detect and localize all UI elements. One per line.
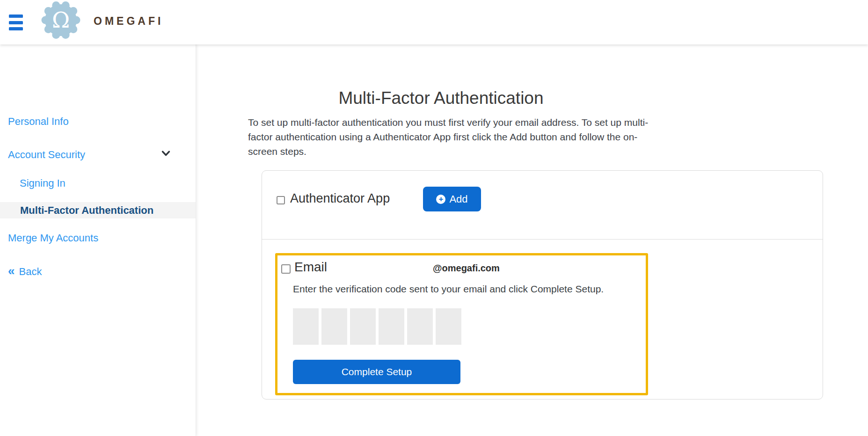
- code-digit-box[interactable]: [350, 308, 376, 345]
- code-digit-box[interactable]: [293, 308, 319, 345]
- sidebar: Personal Info Account Security Signing I…: [0, 44, 196, 436]
- app-header: Ω OMEGAFI: [0, 0, 868, 44]
- app-root: Ω OMEGAFI Personal Info Account Security…: [0, 0, 868, 436]
- card-divider: [262, 239, 823, 240]
- complete-setup-button[interactable]: Complete Setup: [293, 360, 460, 384]
- code-digit-box[interactable]: [379, 308, 404, 345]
- chevron-down-icon[interactable]: [161, 150, 170, 159]
- hamburger-menu-icon[interactable]: [9, 15, 23, 30]
- sidebar-item-personal-info[interactable]: Personal Info: [8, 116, 69, 128]
- sidebar-back-link[interactable]: « Back: [8, 266, 42, 278]
- sidebar-item-account-security[interactable]: Account Security: [8, 149, 85, 161]
- email-label: Email: [294, 260, 327, 275]
- sidebar-item-signing-in[interactable]: Signing In: [20, 177, 66, 189]
- code-digit-box[interactable]: [321, 308, 347, 345]
- page-title: Multi-Factor Authentication: [248, 88, 634, 108]
- email-mfa-section: Email @omegafi.com Enter the verificatio…: [275, 253, 648, 395]
- authenticator-app-checkbox[interactable]: [277, 196, 285, 204]
- omegafi-logo-badge: Ω: [41, 0, 80, 40]
- code-digit-box[interactable]: [407, 308, 433, 345]
- verification-code-inputs: [293, 308, 461, 345]
- add-button-label: Add: [449, 193, 467, 205]
- page-description: To set up multi-factor authentication yo…: [248, 115, 664, 159]
- main-content: Multi-Factor Authentication To set up mu…: [196, 44, 868, 436]
- back-label: Back: [19, 266, 42, 278]
- email-address: @omegafi.com: [433, 263, 500, 274]
- code-digit-box[interactable]: [436, 308, 461, 345]
- sidebar-item-multi-factor-authentication[interactable]: Multi-Factor Authentication: [0, 202, 196, 218]
- add-authenticator-button[interactable]: + Add: [423, 187, 481, 211]
- double-chevron-left-icon: «: [8, 266, 15, 276]
- brand-name: OMEGAFI: [94, 15, 163, 28]
- email-checkbox[interactable]: [281, 264, 291, 274]
- sidebar-active-label: Multi-Factor Authentication: [20, 204, 153, 217]
- authenticator-app-label: Authenticator App: [290, 191, 390, 206]
- verification-instruction: Enter the verification code sent to your…: [293, 283, 604, 295]
- sidebar-item-merge-my-accounts[interactable]: Merge My Accounts: [8, 232, 98, 244]
- plus-circle-icon: +: [436, 195, 445, 204]
- omega-glyph: Ω: [52, 7, 70, 33]
- mfa-options-card: Authenticator App + Add Email @omegafi.c…: [262, 170, 823, 400]
